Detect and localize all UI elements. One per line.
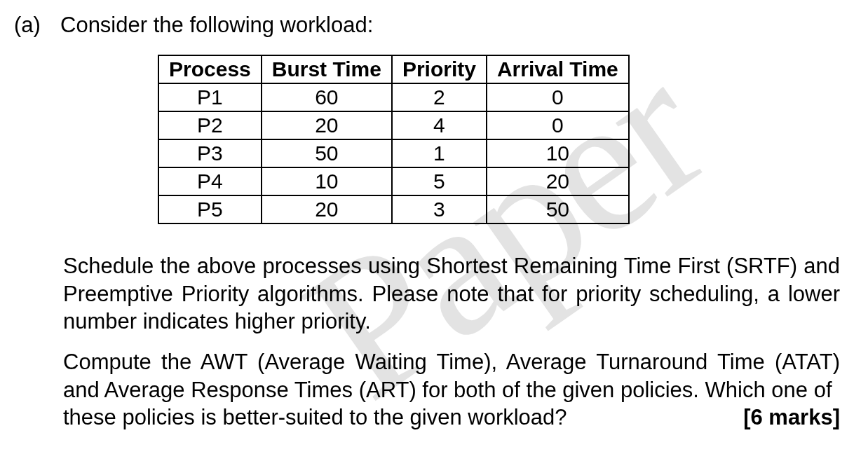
cell-process: P4 <box>158 167 262 195</box>
paragraph-2-text: Compute the AWT (Average Waiting Time), … <box>63 350 840 402</box>
question-content: (a) Consider the following workload: Pro… <box>14 13 840 432</box>
cell-arrival: 0 <box>487 83 629 111</box>
question-label: (a) <box>14 13 48 38</box>
cell-priority: 5 <box>392 167 487 195</box>
header-priority: Priority <box>392 55 487 83</box>
cell-priority: 3 <box>392 195 487 223</box>
cell-burst: 50 <box>262 139 392 167</box>
cell-burst: 60 <box>262 83 392 111</box>
header-process: Process <box>158 55 262 83</box>
paragraph-2-lastline-row: these policies is better-suited to the g… <box>63 404 840 432</box>
paragraph-2-lastline: these policies is better-suited to the g… <box>63 404 567 432</box>
cell-burst: 20 <box>262 195 392 223</box>
table-row: P2 20 4 0 <box>158 111 629 139</box>
cell-process: P2 <box>158 111 262 139</box>
cell-priority: 2 <box>392 83 487 111</box>
cell-burst: 20 <box>262 111 392 139</box>
cell-arrival: 10 <box>487 139 629 167</box>
cell-arrival: 0 <box>487 111 629 139</box>
cell-priority: 4 <box>392 111 487 139</box>
table-row: P3 50 1 10 <box>158 139 629 167</box>
question-intro: Consider the following workload: <box>60 13 373 38</box>
table-row: P4 10 5 20 <box>158 167 629 195</box>
table-wrapper: Process Burst Time Priority Arrival Time… <box>14 55 840 224</box>
cell-arrival: 50 <box>487 195 629 223</box>
workload-table: Process Burst Time Priority Arrival Time… <box>158 55 630 224</box>
table-header-row: Process Burst Time Priority Arrival Time <box>158 55 629 83</box>
table-row: P1 60 2 0 <box>158 83 629 111</box>
marks-label: [6 marks] <box>743 404 840 432</box>
cell-process: P3 <box>158 139 262 167</box>
paragraph-2: Compute the AWT (Average Waiting Time), … <box>14 348 840 432</box>
header-burst-time: Burst Time <box>262 55 392 83</box>
cell-priority: 1 <box>392 139 487 167</box>
table-row: P5 20 3 50 <box>158 195 629 223</box>
cell-process: P1 <box>158 83 262 111</box>
paragraph-1: Schedule the above processes using Short… <box>14 252 840 336</box>
cell-burst: 10 <box>262 167 392 195</box>
cell-process: P5 <box>158 195 262 223</box>
question-header: (a) Consider the following workload: <box>14 13 840 38</box>
cell-arrival: 20 <box>487 167 629 195</box>
header-arrival-time: Arrival Time <box>487 55 629 83</box>
